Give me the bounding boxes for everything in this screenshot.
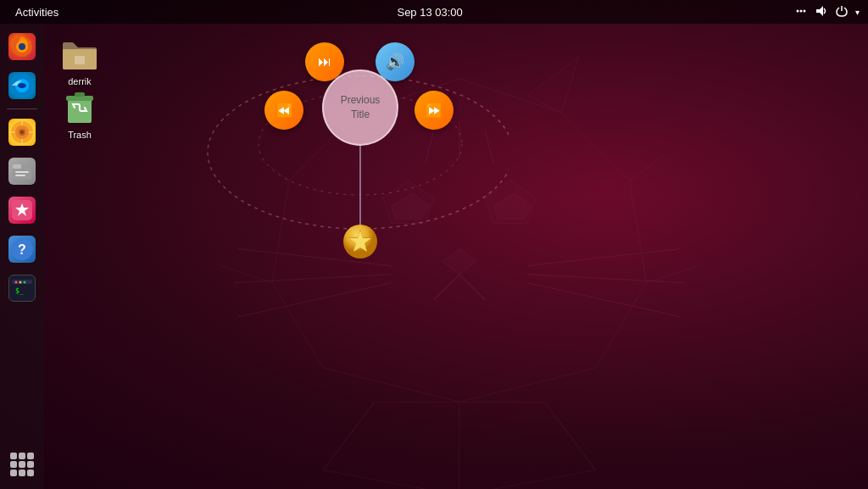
svg-point-29 [804, 9, 806, 12]
sidebar-item-appcenter[interactable] [4, 192, 40, 228]
sidebar-item-terminal[interactable]: $_ [4, 270, 40, 306]
desktop-icon-derrik[interactable]: derrik [58, 32, 102, 90]
sidebar-item-help[interactable]: ? [4, 231, 40, 267]
svg-line-23 [221, 266, 272, 283]
svg-text:?: ? [18, 242, 26, 257]
svg-point-33 [19, 43, 25, 50]
desktop-icon-trash-label: Trash [68, 130, 92, 140]
sidebar-item-files[interactable] [4, 153, 40, 189]
dock-divider-1 [7, 108, 37, 109]
svg-line-26 [630, 155, 664, 181]
chevron-down-icon[interactable]: ▾ [855, 8, 860, 17]
svg-point-51 [15, 281, 18, 284]
svg-rect-44 [15, 175, 25, 176]
svg-point-27 [797, 9, 799, 12]
desktop: Activities Sep 13 03:00 [0, 0, 868, 489]
svg-point-40 [20, 131, 24, 134]
apps-grid-icon [10, 453, 34, 476]
svg-line-24 [647, 266, 698, 283]
trash-icon [61, 89, 98, 126]
svg-point-53 [24, 281, 26, 284]
help-icon: ? [8, 236, 36, 263]
files-icon [8, 158, 36, 185]
prev-icon: ⏩ [275, 103, 292, 119]
svg-line-25 [255, 155, 289, 181]
topbar-datetime[interactable]: Sep 13 03:00 [397, 6, 462, 19]
media-next-button[interactable]: ⏩ [415, 91, 453, 130]
svg-point-52 [19, 281, 22, 284]
next-icon: ⏩ [426, 103, 442, 119]
appcenter-icon [8, 197, 36, 224]
media-prev-button[interactable]: ⏩ [264, 91, 303, 130]
volume-btn-icon: 🔊 [386, 53, 404, 71]
volume-icon[interactable] [815, 4, 828, 20]
prev-prev-icon: ⏭ [318, 54, 331, 69]
svg-rect-54 [75, 56, 85, 64]
svg-marker-30 [816, 6, 823, 16]
svg-rect-43 [15, 171, 29, 173]
sidebar-item-firefox[interactable] [4, 29, 40, 64]
topbar: Activities Sep 13 03:00 [0, 0, 868, 24]
svg-rect-42 [13, 164, 21, 169]
activities-button[interactable]: Activities [8, 6, 65, 19]
media-star-badge[interactable] [341, 222, 380, 261]
svg-point-36 [18, 83, 26, 88]
thunderbird-icon [8, 72, 36, 99]
folder-icon [61, 36, 98, 73]
media-title: Previous Title [341, 93, 381, 122]
desktop-icon-trash[interactable]: Trash [58, 86, 102, 143]
firefox-icon [8, 33, 36, 60]
power-icon[interactable] [835, 4, 849, 20]
svg-rect-57 [75, 92, 85, 97]
sidebar-item-thunderbird[interactable] [4, 68, 40, 103]
topbar-right: ▾ [794, 4, 860, 20]
show-apps-button[interactable] [4, 447, 40, 482]
sidebar-item-rhythmbox[interactable] [4, 114, 40, 150]
rhythmbox-icon [8, 119, 36, 146]
svg-point-28 [800, 9, 803, 12]
media-now-playing[interactable]: Previous Title [322, 69, 398, 146]
svg-text:$_: $_ [15, 287, 24, 295]
terminal-icon: $_ [8, 275, 36, 302]
sidebar: ? $_ [0, 24, 44, 489]
topbar-left: Activities [8, 6, 65, 19]
network-icon[interactable] [794, 4, 808, 20]
cat-art [51, 0, 868, 489]
